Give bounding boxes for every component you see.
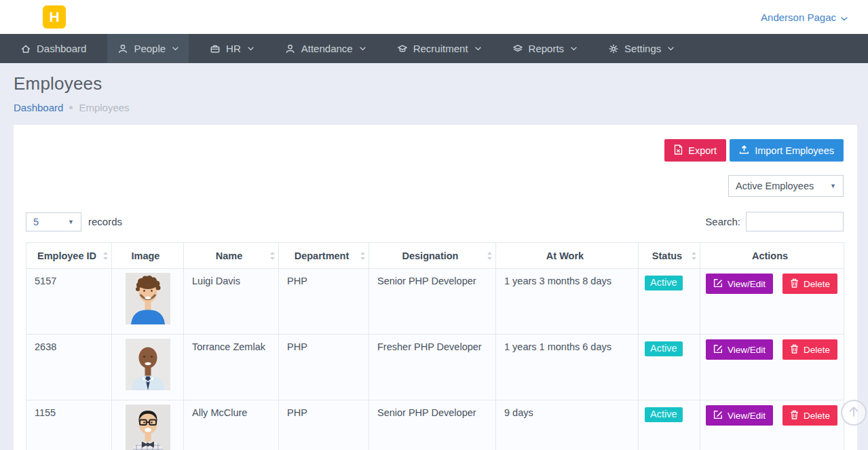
at-work-cell: 1 years 1 months 6 days bbox=[496, 335, 639, 400]
import-button-label: Import Employees bbox=[755, 145, 834, 156]
status-badge: Active bbox=[645, 276, 683, 290]
sort-icon bbox=[360, 251, 366, 261]
status-badge: Active bbox=[645, 407, 683, 422]
column-header-designation[interactable]: Designation bbox=[369, 243, 496, 269]
nav-item-label: HR bbox=[226, 43, 241, 54]
edit-icon bbox=[713, 278, 723, 290]
grad-cap-icon bbox=[397, 43, 408, 54]
page-title: Employees bbox=[14, 73, 857, 94]
nav-item-label: Settings bbox=[624, 43, 661, 54]
column-header-at-work: At Work bbox=[496, 243, 639, 269]
view-edit-label: View/Edit bbox=[728, 345, 766, 355]
nav-item-people[interactable]: People bbox=[107, 34, 189, 63]
actions-cell: View/EditDelete bbox=[700, 335, 844, 400]
sort-icon bbox=[102, 251, 109, 261]
employee-photo bbox=[126, 273, 170, 324]
status-cell: Active bbox=[639, 400, 700, 450]
column-header-label: Actions bbox=[752, 250, 788, 261]
at-work-cell: 1 years 3 months 8 days bbox=[496, 269, 639, 335]
employee-name-cell: Luigi Davis bbox=[184, 269, 279, 335]
department-cell: PHP bbox=[279, 335, 369, 400]
designation-cell: Fresher PHP Developer bbox=[369, 335, 496, 400]
search-input[interactable] bbox=[746, 212, 844, 231]
employee-filter-value: Active Employees bbox=[736, 181, 814, 191]
nav-item-recruitment[interactable]: Recruitment bbox=[387, 34, 491, 63]
view-edit-button[interactable]: View/Edit bbox=[706, 274, 773, 294]
nav-item-dashboard[interactable]: Dashboard bbox=[10, 34, 96, 63]
page-content: Employees DashboardEmployees Export Impo… bbox=[0, 63, 868, 450]
column-header-label: Employee ID bbox=[37, 250, 96, 261]
nav-item-hr[interactable]: HR bbox=[200, 34, 264, 63]
nav-item-reports[interactable]: Reports bbox=[502, 34, 588, 63]
column-header-label: Name bbox=[216, 250, 243, 261]
user-icon bbox=[117, 43, 128, 54]
column-header-image: Image bbox=[112, 243, 184, 269]
delete-label: Delete bbox=[804, 411, 830, 421]
nav-item-label: Attendance bbox=[301, 43, 353, 54]
actions-cell: View/EditDelete bbox=[700, 400, 844, 450]
column-header-name[interactable]: Name bbox=[184, 243, 279, 269]
select-arrow-icon: ▼ bbox=[830, 183, 836, 189]
chevron-down-icon bbox=[668, 47, 674, 51]
employee-name-cell: Ally McClure bbox=[184, 400, 279, 450]
delete-button[interactable]: Delete bbox=[782, 339, 837, 360]
column-header-department[interactable]: Department bbox=[279, 243, 369, 269]
nav-item-settings[interactable]: Settings bbox=[598, 34, 684, 63]
nav-item-attendance[interactable]: Attendance bbox=[275, 34, 376, 63]
nav-item-label: Reports bbox=[529, 43, 565, 54]
status-cell: Active bbox=[639, 269, 700, 335]
home-icon bbox=[20, 43, 31, 54]
briefcase-icon bbox=[210, 43, 221, 54]
export-file-icon bbox=[674, 145, 683, 157]
breadcrumb-item-dashboard[interactable]: Dashboard bbox=[14, 102, 63, 113]
delete-label: Delete bbox=[804, 279, 830, 289]
reports-icon bbox=[512, 43, 523, 54]
table-controls: 5 ▼ records Search: bbox=[26, 212, 844, 231]
column-header-label: Department bbox=[295, 250, 350, 261]
app-logo[interactable]: H bbox=[43, 5, 66, 29]
employee-image-cell bbox=[112, 400, 184, 450]
upload-icon bbox=[739, 145, 749, 156]
table-row: 2638Torrance ZemlakPHPFresher PHP Develo… bbox=[26, 335, 844, 400]
column-header-employee-id[interactable]: Employee ID bbox=[26, 243, 112, 269]
column-header-status[interactable]: Status bbox=[639, 243, 700, 269]
chevron-down-icon bbox=[360, 47, 366, 51]
export-button[interactable]: Export bbox=[664, 139, 726, 162]
delete-button[interactable]: Delete bbox=[782, 274, 837, 294]
employees-card: Export Import Employees Active Employees… bbox=[14, 125, 857, 450]
trash-icon bbox=[790, 410, 799, 421]
column-header-label: Status bbox=[652, 250, 682, 261]
records-per-page-select[interactable]: 5 ▼ bbox=[26, 212, 81, 231]
employee-name-cell: Torrance Zemlak bbox=[184, 335, 279, 400]
user-name: Anderson Pagac bbox=[761, 12, 836, 23]
top-bar: H Anderson Pagac bbox=[0, 0, 868, 34]
view-edit-label: View/Edit bbox=[728, 279, 766, 289]
employee-image-cell bbox=[112, 335, 184, 400]
view-edit-button[interactable]: View/Edit bbox=[706, 339, 773, 360]
employee-image-cell bbox=[112, 269, 184, 335]
employee-photo bbox=[126, 339, 170, 390]
import-employees-button[interactable]: Import Employees bbox=[730, 139, 844, 162]
sort-icon bbox=[487, 251, 493, 261]
user-menu[interactable]: Anderson Pagac bbox=[761, 12, 848, 23]
nav-item-label: Dashboard bbox=[37, 43, 86, 54]
view-edit-button[interactable]: View/Edit bbox=[706, 405, 773, 426]
records-control: 5 ▼ records bbox=[26, 212, 122, 231]
chevron-down-icon bbox=[172, 47, 178, 51]
select-arrow-icon: ▼ bbox=[68, 219, 74, 225]
delete-button[interactable]: Delete bbox=[782, 405, 837, 426]
breadcrumb: DashboardEmployees bbox=[14, 102, 857, 113]
scroll-to-top-button[interactable] bbox=[841, 400, 867, 426]
filter-row: Active Employees ▼ bbox=[26, 175, 844, 197]
search-control: Search: bbox=[705, 212, 844, 231]
employee-id-cell: 2638 bbox=[26, 335, 112, 400]
trash-icon bbox=[790, 278, 799, 290]
chevron-down-icon bbox=[841, 12, 848, 23]
chevron-down-icon bbox=[248, 47, 254, 51]
app-logo-letter: H bbox=[49, 9, 59, 25]
nav-item-label: Recruitment bbox=[413, 43, 468, 54]
employee-filter-select[interactable]: Active Employees ▼ bbox=[728, 175, 844, 197]
delete-label: Delete bbox=[804, 345, 830, 355]
records-per-page-value: 5 bbox=[33, 217, 39, 227]
trash-icon bbox=[790, 344, 799, 356]
